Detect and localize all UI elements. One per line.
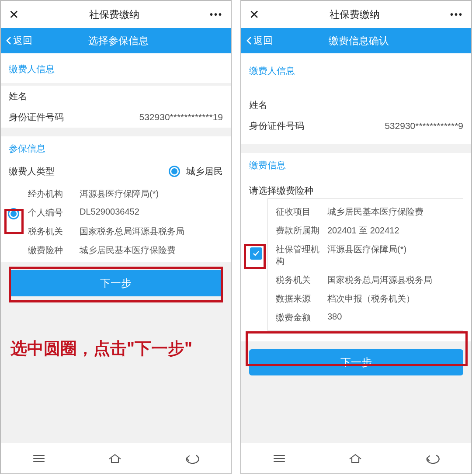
window-titlebar: ✕ 社保费缴纳 ••• [1, 1, 231, 28]
android-navbar [1, 443, 231, 473]
collect-item-label: 征收项目 [276, 206, 327, 218]
collect-item-value: 城乡居民基本医疗保险费 [327, 206, 455, 218]
right-phone-screen: ✕ 社保费缴纳 ••• 返回 缴费信息确认 缴费人信息 姓名 身份证件号码 53… [240, 0, 472, 474]
ins-type-label: 缴费险种 [28, 244, 80, 256]
payer-info-card: 姓名 身份证件号码 532930************19 [1, 86, 231, 128]
field-id-value: 532930************19 [70, 112, 223, 122]
menu-icon[interactable] [271, 452, 287, 465]
back-icon[interactable] [183, 452, 201, 465]
select-ins-type-label: 请选择缴费险种 [249, 184, 313, 197]
page-header: 返回 缴费信息确认 [241, 28, 471, 53]
more-icon[interactable]: ••• [210, 10, 223, 20]
fee-detail-card: 征收项目 城乡居民基本医疗保险费 费款所属期 202401 至 202412 社… [267, 198, 463, 331]
mgmt-label: 社保管理机构 [276, 243, 327, 267]
home-icon[interactable] [108, 452, 122, 465]
back-icon[interactable] [423, 452, 441, 465]
tax-auth-label: 税务机关 [276, 274, 327, 286]
window-titlebar: ✕ 社保费缴纳 ••• [241, 1, 471, 28]
android-navbar [241, 443, 471, 473]
section-payer-header: 缴费人信息 [241, 53, 471, 87]
insurance-card: 缴费人类型 城乡居民 经办机构 洱源县医疗保障局(*) 个人编号 DL52900… [1, 161, 231, 262]
source-label: 数据来源 [276, 293, 327, 305]
source-value: 档次申报（税务机关） [327, 293, 455, 305]
annotation-text: 选中圆圈，点击"下一步" [10, 337, 192, 360]
radio-urban-rural[interactable] [169, 166, 180, 177]
section-payer-header: 缴费人信息 [1, 53, 231, 83]
tax-auth-value: 国家税务总局洱源县税务局 [327, 274, 455, 286]
page-title: 缴费信息确认 [251, 34, 467, 48]
period-value: 202401 至 202412 [327, 225, 455, 236]
ins-type-value: 城乡居民基本医疗保险费 [80, 244, 215, 256]
annotation-highlight-next [9, 267, 223, 302]
org-label: 经办机构 [28, 188, 80, 200]
amount-value: 380 [327, 312, 455, 323]
personal-id-value: DL5290036452 [80, 207, 215, 219]
payer-type-value: 城乡居民 [186, 165, 223, 177]
annotation-highlight-checkbox [244, 244, 266, 269]
home-icon[interactable] [348, 452, 363, 465]
tax-auth-value: 国家税务总局洱源县税务局 [80, 226, 215, 237]
field-name-label: 姓名 [9, 90, 70, 102]
annotation-highlight-next [246, 331, 468, 366]
payer-info-card: 姓名 身份证件号码 532930************9 [241, 87, 471, 144]
close-icon[interactable]: ✕ [9, 7, 19, 22]
field-id-label: 身份证件号码 [9, 111, 70, 123]
section-insurance-header: 参保信息 [1, 136, 231, 161]
field-id-value: 532930************9 [310, 121, 463, 131]
left-phone-screen: ✕ 社保费缴纳 ••• 返回 选择参保信息 缴费人信息 姓名 身份证件号码 53… [0, 0, 232, 474]
page-title: 选择参保信息 [10, 34, 226, 48]
close-icon[interactable]: ✕ [249, 7, 259, 22]
tax-auth-label: 税务机关 [28, 226, 80, 237]
annotation-highlight-radio [4, 209, 24, 234]
fee-card: 请选择缴费险种 征收项目 城乡居民基本医疗保险费 费款所属期 202401 至 … [241, 177, 471, 341]
window-title: 社保费缴纳 [330, 8, 380, 21]
org-value: 洱源县医疗保障局(*) [80, 188, 215, 200]
mgmt-value: 洱源县医疗保障局(*) [327, 243, 455, 267]
amount-label: 缴费金额 [276, 312, 327, 323]
more-icon[interactable]: ••• [450, 10, 463, 20]
section-fee-header: 缴费信息 [241, 153, 471, 177]
field-id-label: 身份证件号码 [249, 120, 310, 132]
window-title: 社保费缴纳 [89, 8, 139, 21]
field-name-label: 姓名 [249, 99, 310, 111]
personal-id-label: 个人编号 [28, 207, 80, 219]
period-label: 费款所属期 [276, 225, 327, 236]
menu-icon[interactable] [31, 452, 47, 465]
payer-type-label: 缴费人类型 [9, 165, 70, 177]
page-header: 返回 选择参保信息 [1, 28, 231, 53]
